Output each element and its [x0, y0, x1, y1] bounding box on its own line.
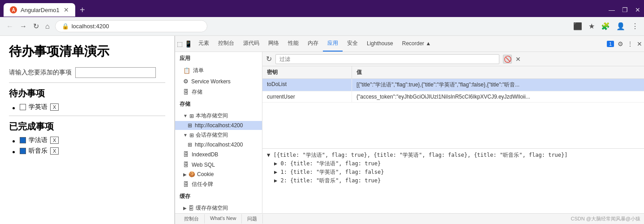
- inspect-icon[interactable]: ⬚: [177, 40, 183, 47]
- detail-line-2[interactable]: ▶ 1: {title: "学英语", flag: false}: [274, 168, 640, 176]
- session-storage-label: 会话存储空间: [196, 131, 228, 139]
- session-storage-caret: ▼: [183, 133, 188, 138]
- devtools-icons: ⬚ 📱: [177, 40, 192, 47]
- tab-console[interactable]: 控制台: [214, 36, 239, 52]
- tab-security[interactable]: 安全: [343, 36, 362, 52]
- tab-network[interactable]: 网络: [264, 36, 283, 52]
- more-icon[interactable]: ⋮: [631, 22, 639, 30]
- back-button[interactable]: ←: [5, 22, 14, 31]
- sidebar-label-indexeddb: IndexedDB: [192, 151, 218, 158]
- lock-icon: 🔒: [62, 23, 69, 30]
- devtools-panel: ⬚ 📱 元素 控制台 源代码 网络 性能 内存 应用 安全 Lighthouse…: [175, 36, 644, 224]
- table-header-value: 值: [352, 66, 644, 78]
- cache-storage-group[interactable]: ▶ 🗄 缓存存储空间: [175, 203, 262, 213]
- home-button[interactable]: ⌂: [44, 22, 51, 31]
- detail-line-3[interactable]: ▶ 2: {title: "听音乐", flag: true}: [274, 177, 640, 185]
- local-storage-label: 本地存储空间: [196, 112, 228, 120]
- trust-tokens-icon: 🗄: [183, 181, 189, 188]
- close-filter-button[interactable]: ✕: [515, 56, 521, 63]
- cache-section-title: 缓存: [175, 190, 262, 203]
- devtools-toolbar: ↻ 🚫 ✕: [262, 52, 644, 66]
- session-storage-child-icon: ⊞: [188, 142, 192, 148]
- storage-section-title: 存储: [175, 98, 262, 111]
- cookie-caret: ▶: [183, 172, 187, 177]
- page-title: 待办事项清单演示: [9, 43, 165, 60]
- pending-checkbox-0[interactable]: [20, 104, 26, 110]
- url-bar[interactable]: 🔒 localhost:4200: [55, 20, 207, 32]
- close-button[interactable]: ✕: [635, 6, 640, 13]
- table-row[interactable]: toDoList [{"title":"学法语","flag":true},{"…: [262, 79, 644, 91]
- detail-line-0[interactable]: ▼ [{title: "学法语", flag: true}, {title: "…: [267, 151, 640, 159]
- sidebar-item-local-storage-localhost[interactable]: ⊞ http://localhost:4200: [175, 121, 262, 130]
- cache-storage-label: 缓存存储空间: [196, 204, 228, 212]
- status-tab-console[interactable]: 控制台: [179, 214, 205, 224]
- local-storage-group[interactable]: ▼ ⊞ 本地存储空间: [175, 111, 262, 121]
- sidebar-item-trust-tokens[interactable]: 🗄 信任令牌: [175, 179, 262, 190]
- input-label: 请输入您要添加的事项: [9, 69, 72, 77]
- storage-overview-icon: 🗄: [183, 89, 189, 95]
- done-item-label-0: 学法语: [29, 136, 47, 144]
- storage-refresh-button[interactable]: ↻: [266, 55, 272, 63]
- extensions-icon[interactable]: 🧩: [601, 22, 610, 30]
- badge: 1: [607, 41, 614, 47]
- tab-sources[interactable]: 源代码: [239, 36, 264, 52]
- devtools-body: 应用 📋 清单 ⚙ Service Workers 🗄 存储 存储 ▼ ⊞: [175, 52, 644, 213]
- tab-close-button[interactable]: ✕: [64, 6, 69, 13]
- profile-icon[interactable]: 👤: [616, 22, 625, 30]
- filter-input[interactable]: [275, 54, 499, 64]
- tab-memory[interactable]: 内存: [303, 36, 323, 52]
- refresh-button[interactable]: ↻: [32, 21, 40, 31]
- screenshot-icon[interactable]: ⬛: [573, 22, 582, 30]
- sidebar-item-manifest[interactable]: 📋 清单: [175, 65, 262, 76]
- pending-section-title: 待办事项: [9, 87, 165, 99]
- forward-button[interactable]: →: [19, 22, 28, 31]
- session-storage-group[interactable]: ▼ ⊞ 会话存储空间: [175, 130, 262, 140]
- sidebar-item-websql[interactable]: 🗄 Web SQL: [175, 159, 262, 170]
- bookmark-icon[interactable]: ★: [588, 22, 595, 30]
- sidebar-label-websql: Web SQL: [192, 162, 215, 168]
- minimize-button[interactable]: —: [609, 6, 615, 13]
- tab-application[interactable]: 应用: [323, 36, 343, 52]
- devtools-more-icon[interactable]: ⋮: [627, 40, 633, 47]
- sidebar-item-service-workers[interactable]: ⚙ Service Workers: [175, 76, 262, 86]
- sidebar-item-storage-overview[interactable]: 🗄 存储: [175, 86, 262, 98]
- table-cell-value-0: [{"title":"学法语","flag":true},{"title":"学…: [352, 79, 644, 91]
- clear-filter-button[interactable]: 🚫: [503, 55, 512, 64]
- restore-button[interactable]: ❐: [622, 6, 628, 13]
- detail-line-1[interactable]: ▶ 0: {title: "学法语", flag: true}: [274, 160, 640, 168]
- local-storage-icon: ⊞: [189, 113, 194, 119]
- tab-title: AngularDemo1: [21, 7, 60, 13]
- devtools-settings-icon[interactable]: ⚙: [618, 40, 623, 47]
- new-tab-button[interactable]: +: [75, 5, 90, 15]
- done-item-1: 听音乐 X: [20, 147, 165, 155]
- tab-bar: A AngularDemo1 ✕ + — ❐ ✕: [0, 0, 644, 17]
- status-tabs: 控制台 What's New 问题: [179, 214, 263, 224]
- pending-delete-0[interactable]: X: [50, 103, 59, 111]
- manifest-icon: 📋: [183, 67, 190, 74]
- indexeddb-icon: 🗄: [183, 151, 189, 158]
- local-storage-child-label: http://localhost:4200: [195, 122, 243, 129]
- cookie-group[interactable]: ▶ 🍪 Cookie: [175, 170, 262, 179]
- done-checkbox-1[interactable]: [20, 148, 26, 154]
- tab-elements[interactable]: 元素: [194, 36, 214, 52]
- session-storage-icon: ⊞: [189, 132, 194, 138]
- status-tab-whats-new[interactable]: What's New: [205, 214, 242, 224]
- devtools-close-icon[interactable]: ✕: [637, 40, 642, 47]
- device-icon[interactable]: 📱: [185, 40, 192, 47]
- sidebar-item-session-storage-localhost[interactable]: ⊞ http://localhost:4200: [175, 140, 262, 149]
- sidebar-label-trust-tokens: 信任令牌: [192, 181, 213, 188]
- tab-performance[interactable]: 性能: [283, 36, 303, 52]
- status-tab-issues[interactable]: 问题: [242, 214, 263, 224]
- done-delete-1[interactable]: X: [50, 147, 59, 155]
- browser-tab[interactable]: A AngularDemo1 ✕: [4, 3, 75, 17]
- cache-storage-caret: ▶: [183, 206, 187, 211]
- tab-lighthouse[interactable]: Lighthouse: [362, 37, 398, 51]
- done-checkbox-0[interactable]: [20, 137, 26, 143]
- sidebar-item-indexeddb[interactable]: 🗄 IndexedDB: [175, 149, 262, 159]
- session-storage-child-label: http://localhost:4200: [195, 142, 243, 148]
- tab-recorder[interactable]: Recorder ▲: [398, 37, 436, 51]
- todo-input[interactable]: [75, 67, 156, 78]
- browser-actions: ⬛ ★ 🧩 👤 ⋮: [573, 22, 639, 30]
- done-delete-0[interactable]: X: [50, 137, 59, 144]
- table-row[interactable]: currentUser {"access_token":"eyJhbGciOiJ…: [262, 91, 644, 103]
